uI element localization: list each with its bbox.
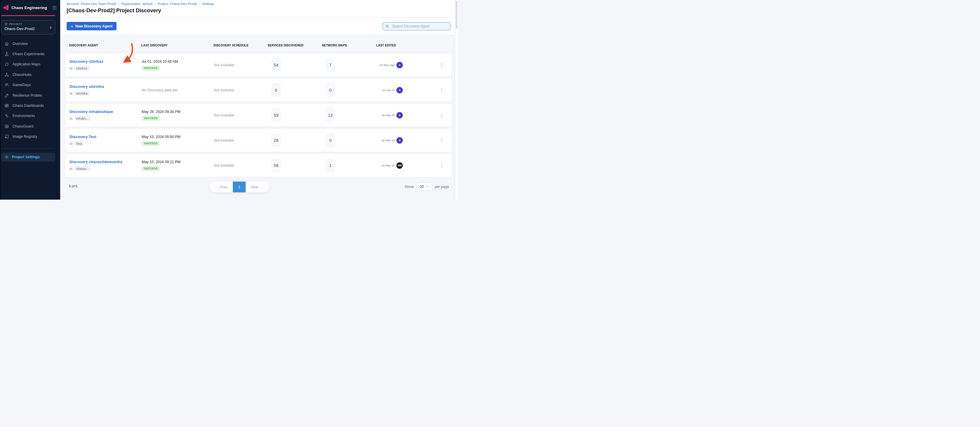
last-edited-text: on Jun 14: [377, 89, 395, 92]
people-icon: [5, 83, 9, 87]
row-menu-kebab-icon[interactable]: [440, 87, 444, 94]
sidebar-item-environments[interactable]: Environments: [0, 111, 60, 121]
hub-network-icon: [5, 72, 9, 77]
last-discovery-date: May 10, 2024 09:21 PM: [142, 160, 214, 164]
sidebar: Chaos Engineering PROJECT Chaos-Dev-Prod…: [0, 0, 60, 200]
discovery-agent-link[interactable]: Discovery smrinfra: [70, 84, 104, 89]
sidebar-item-project-settings[interactable]: Project Settings: [1, 152, 55, 161]
cube-icon: [5, 22, 8, 26]
row-menu-kebab-icon[interactable]: [440, 137, 444, 144]
sidebar-item-image-registry[interactable]: Image Registry: [0, 132, 60, 142]
discovery-schedule: Not Available: [214, 113, 268, 117]
probe-pen-icon: [5, 93, 9, 98]
table-row: Discovery Test Id:Test May 15, 2024 05:5…: [65, 129, 452, 152]
target-icon: [5, 62, 9, 67]
sidebar-item-resilience-probes[interactable]: Resilience Probes: [0, 90, 60, 100]
scrollbar-thumb[interactable]: [456, 1, 457, 29]
chevron-right-icon: [49, 26, 52, 30]
module-grid-icon[interactable]: [52, 6, 57, 10]
row-menu-kebab-icon[interactable]: [440, 62, 444, 68]
network-maps-count: 7: [326, 59, 335, 71]
discovery-schedule: Not Available: [214, 163, 268, 168]
agent-id: Id:Test: [70, 141, 142, 146]
last-discovery-date: May 28, 2024 09:34 PM: [142, 110, 214, 114]
avatar: SM: [396, 162, 403, 169]
search-icon: [385, 24, 389, 28]
sidebar-header: Chaos Engineering: [0, 0, 60, 15]
page-size-control: Show 20 per page: [404, 183, 449, 190]
services-discovered-count: 0: [272, 84, 280, 97]
breadcrumb-settings[interactable]: Settings: [202, 2, 215, 6]
next-page-button[interactable]: Next →: [246, 181, 269, 192]
avatar: S: [396, 112, 403, 119]
services-discovered-count: 28: [272, 134, 280, 147]
sidebar-accent-divider: [1, 15, 55, 16]
toolbar: + New Discovery Agent: [60, 17, 458, 35]
discovery-agent-link[interactable]: Discovery chaosv2demoinfra: [70, 160, 123, 164]
plus-icon: +: [71, 24, 73, 28]
discovery-schedule: Not Available: [214, 88, 268, 92]
sidebar-divider: [1, 148, 54, 149]
current-page-button[interactable]: 1: [233, 181, 246, 192]
project-selector[interactable]: PROJECT Chaos-Dev-Prod2: [1, 20, 55, 35]
table-header-row: DISCOVERY AGENT LAST DISCOVERY DISCOVERY…: [65, 44, 452, 47]
column-header-discovery-schedule: DISCOVERY SCHEDULE: [213, 44, 267, 47]
arrow-right-icon: →: [260, 185, 264, 189]
agent-id: Id:infrabo...: [70, 116, 142, 121]
last-edited-text: on May 28: [377, 114, 395, 117]
last-edited-text: on May 15: [377, 164, 395, 167]
page-size-select[interactable]: 20: [417, 183, 432, 190]
gear-icon: [5, 155, 9, 159]
table-body: Discovery v2infra1 Id:v2infra1 Jul 01, 2…: [65, 53, 452, 177]
network-maps-count: 12: [326, 109, 335, 122]
prev-page-button[interactable]: ← Prev: [210, 181, 233, 192]
sidebar-item-chaosguard[interactable]: ChaosGuard: [0, 121, 60, 131]
registry-doc-gear-icon: [5, 134, 9, 139]
avatar: S: [396, 137, 403, 144]
discovery-agent-link[interactable]: Discovery v2infra1: [70, 59, 103, 63]
sidebar-item-chaos-dashboards[interactable]: Chaos Dashboards: [0, 100, 60, 111]
table-row: Discovery chaosv2demoinfra Id:chaosv... …: [65, 154, 452, 177]
breadcrumb-project[interactable]: Project: Chaos-Dev-Prod2: [158, 2, 197, 6]
avatar: S: [396, 62, 403, 68]
column-header-discovery-agent: DISCOVERY AGENT: [69, 44, 142, 47]
breadcrumb: Account: Chaos Dev Team Prod2 › Organiza…: [67, 2, 458, 6]
last-discovery-date: Jul 01, 2024 10:45 AM: [142, 60, 214, 63]
discovery-schedule: Not Available: [214, 138, 268, 143]
sidebar-item-chaoshubs[interactable]: ChaosHubs: [0, 70, 60, 80]
lock-icon: [5, 124, 9, 129]
column-header-services-discovered: SERVICES DISCOVERED: [267, 44, 322, 47]
breadcrumb-account[interactable]: Account: Chaos Dev Team Prod2: [67, 2, 116, 6]
hexagons-icon: [5, 114, 9, 118]
row-menu-kebab-icon[interactable]: [440, 112, 444, 119]
per-page-label: per page: [435, 185, 449, 189]
services-discovered-count: 58: [272, 159, 280, 172]
page-header: Account: Chaos Dev Team Prod2 › Organiza…: [60, 0, 458, 17]
show-label: Show: [404, 185, 414, 189]
sidebar-item-chaos-experiments[interactable]: Chaos Experiments: [0, 49, 60, 59]
status-badge: SUCCESS: [142, 116, 160, 121]
search-input[interactable]: [391, 24, 448, 29]
chevron-right-icon: ›: [118, 2, 119, 6]
sidebar-item-gamedays[interactable]: GameDays: [0, 80, 60, 90]
sidebar-item-overview[interactable]: Overview: [0, 38, 60, 49]
row-menu-kebab-icon[interactable]: [440, 162, 444, 169]
row-count: 5 of 5: [69, 184, 77, 188]
services-discovered-count: 59: [272, 109, 280, 122]
new-discovery-agent-button[interactable]: + New Discovery Agent: [67, 22, 116, 30]
table-row: Discovery infraboutique Id:infrabo... Ma…: [65, 103, 452, 127]
discovery-schedule: Not Available: [214, 63, 268, 67]
flask-icon: [5, 52, 9, 56]
chevron-right-icon: ›: [199, 2, 200, 6]
status-badge: SUCCESS: [142, 166, 160, 171]
pagination: ← Prev 1 Next →: [210, 181, 269, 192]
sidebar-item-application-maps[interactable]: Application Maps: [0, 59, 60, 70]
avatar: S: [396, 87, 403, 94]
page-title: [Chaos-Dev-Prod2] Project Discovery: [67, 8, 458, 14]
discovery-agent-link[interactable]: Discovery infraboutique: [70, 110, 113, 114]
breadcrumb-organization[interactable]: Organization: default: [121, 2, 153, 6]
scrollbar[interactable]: [455, 0, 458, 200]
discovery-agent-link[interactable]: Discovery Test: [70, 135, 96, 139]
network-maps-count: 1: [326, 159, 335, 172]
services-discovered-count: 54: [272, 59, 280, 71]
